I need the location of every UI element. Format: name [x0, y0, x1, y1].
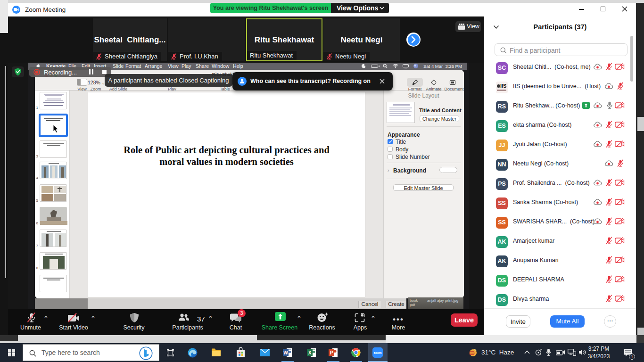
svg-text:W: W: [283, 350, 288, 355]
svg-text:P: P: [330, 350, 333, 355]
svg-text:X: X: [308, 350, 312, 355]
